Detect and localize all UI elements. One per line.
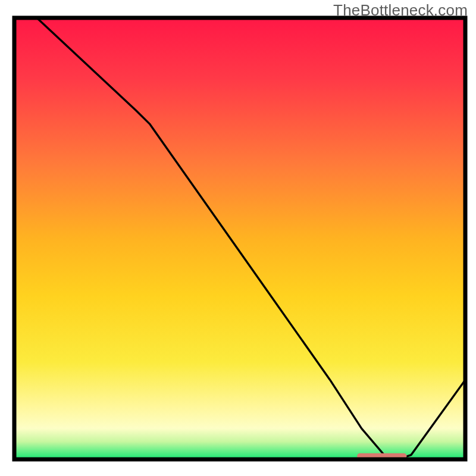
bottleneck-chart	[0, 0, 476, 476]
heat-background	[14, 18, 465, 459]
watermark-label: TheBottleneck.com	[333, 1, 468, 20]
chart-container: TheBottleneck.com	[0, 0, 476, 476]
